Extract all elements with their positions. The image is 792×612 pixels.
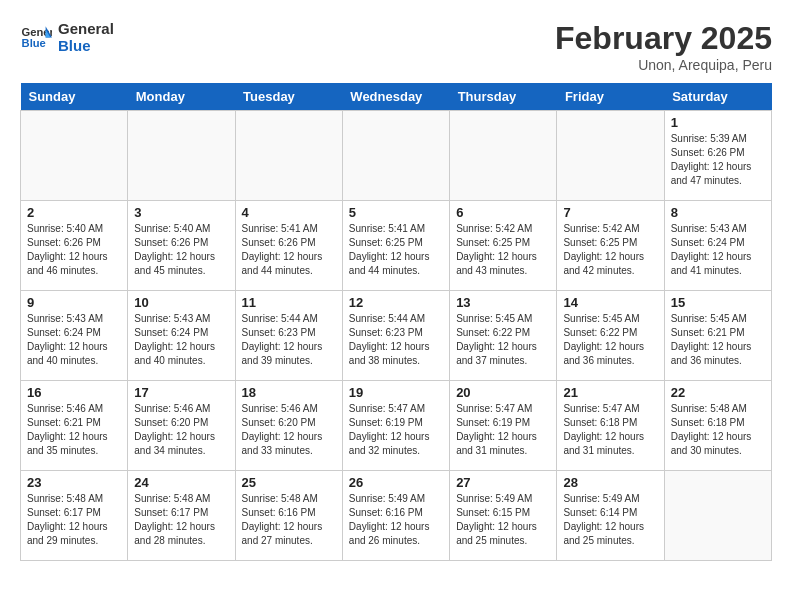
month-title: February 2025 xyxy=(555,20,772,57)
day-number: 5 xyxy=(349,205,443,220)
day-number: 8 xyxy=(671,205,765,220)
day-info: Sunrise: 5:45 AM Sunset: 6:21 PM Dayligh… xyxy=(671,312,765,368)
day-number: 18 xyxy=(242,385,336,400)
day-number: 9 xyxy=(27,295,121,310)
day-number: 2 xyxy=(27,205,121,220)
logo-icon: General Blue xyxy=(20,23,52,51)
logo-general: General xyxy=(58,20,114,37)
weekday-header-monday: Monday xyxy=(128,83,235,111)
calendar-cell: 14Sunrise: 5:45 AM Sunset: 6:22 PM Dayli… xyxy=(557,291,664,381)
day-number: 13 xyxy=(456,295,550,310)
calendar-cell: 9Sunrise: 5:43 AM Sunset: 6:24 PM Daylig… xyxy=(21,291,128,381)
day-info: Sunrise: 5:43 AM Sunset: 6:24 PM Dayligh… xyxy=(134,312,228,368)
day-info: Sunrise: 5:44 AM Sunset: 6:23 PM Dayligh… xyxy=(349,312,443,368)
day-info: Sunrise: 5:48 AM Sunset: 6:16 PM Dayligh… xyxy=(242,492,336,548)
day-number: 23 xyxy=(27,475,121,490)
logo: General Blue General Blue xyxy=(20,20,114,54)
day-number: 27 xyxy=(456,475,550,490)
day-info: Sunrise: 5:39 AM Sunset: 6:26 PM Dayligh… xyxy=(671,132,765,188)
calendar-cell: 19Sunrise: 5:47 AM Sunset: 6:19 PM Dayli… xyxy=(342,381,449,471)
day-info: Sunrise: 5:43 AM Sunset: 6:24 PM Dayligh… xyxy=(27,312,121,368)
calendar-cell xyxy=(128,111,235,201)
calendar-cell: 2Sunrise: 5:40 AM Sunset: 6:26 PM Daylig… xyxy=(21,201,128,291)
day-info: Sunrise: 5:47 AM Sunset: 6:18 PM Dayligh… xyxy=(563,402,657,458)
weekday-header-sunday: Sunday xyxy=(21,83,128,111)
calendar-cell: 4Sunrise: 5:41 AM Sunset: 6:26 PM Daylig… xyxy=(235,201,342,291)
calendar-cell: 1Sunrise: 5:39 AM Sunset: 6:26 PM Daylig… xyxy=(664,111,771,201)
calendar-cell: 16Sunrise: 5:46 AM Sunset: 6:21 PM Dayli… xyxy=(21,381,128,471)
calendar-cell: 6Sunrise: 5:42 AM Sunset: 6:25 PM Daylig… xyxy=(450,201,557,291)
calendar-cell xyxy=(450,111,557,201)
day-number: 16 xyxy=(27,385,121,400)
calendar-week-row: 16Sunrise: 5:46 AM Sunset: 6:21 PM Dayli… xyxy=(21,381,772,471)
calendar-cell xyxy=(664,471,771,561)
calendar-cell xyxy=(21,111,128,201)
page-header: General Blue General Blue February 2025 … xyxy=(20,20,772,73)
svg-text:Blue: Blue xyxy=(22,37,46,49)
calendar-cell: 17Sunrise: 5:46 AM Sunset: 6:20 PM Dayli… xyxy=(128,381,235,471)
day-number: 20 xyxy=(456,385,550,400)
day-info: Sunrise: 5:43 AM Sunset: 6:24 PM Dayligh… xyxy=(671,222,765,278)
day-number: 12 xyxy=(349,295,443,310)
calendar-cell xyxy=(557,111,664,201)
day-number: 25 xyxy=(242,475,336,490)
weekday-header-thursday: Thursday xyxy=(450,83,557,111)
day-number: 26 xyxy=(349,475,443,490)
weekday-header-wednesday: Wednesday xyxy=(342,83,449,111)
weekday-header-saturday: Saturday xyxy=(664,83,771,111)
calendar-cell: 21Sunrise: 5:47 AM Sunset: 6:18 PM Dayli… xyxy=(557,381,664,471)
day-info: Sunrise: 5:48 AM Sunset: 6:17 PM Dayligh… xyxy=(134,492,228,548)
calendar-cell: 18Sunrise: 5:46 AM Sunset: 6:20 PM Dayli… xyxy=(235,381,342,471)
day-number: 6 xyxy=(456,205,550,220)
calendar-cell: 22Sunrise: 5:48 AM Sunset: 6:18 PM Dayli… xyxy=(664,381,771,471)
day-info: Sunrise: 5:41 AM Sunset: 6:26 PM Dayligh… xyxy=(242,222,336,278)
calendar-cell: 28Sunrise: 5:49 AM Sunset: 6:14 PM Dayli… xyxy=(557,471,664,561)
weekday-header-friday: Friday xyxy=(557,83,664,111)
day-number: 4 xyxy=(242,205,336,220)
calendar-cell: 7Sunrise: 5:42 AM Sunset: 6:25 PM Daylig… xyxy=(557,201,664,291)
day-info: Sunrise: 5:41 AM Sunset: 6:25 PM Dayligh… xyxy=(349,222,443,278)
calendar-cell: 8Sunrise: 5:43 AM Sunset: 6:24 PM Daylig… xyxy=(664,201,771,291)
calendar-cell: 12Sunrise: 5:44 AM Sunset: 6:23 PM Dayli… xyxy=(342,291,449,381)
calendar-cell: 5Sunrise: 5:41 AM Sunset: 6:25 PM Daylig… xyxy=(342,201,449,291)
day-info: Sunrise: 5:47 AM Sunset: 6:19 PM Dayligh… xyxy=(456,402,550,458)
calendar-cell: 15Sunrise: 5:45 AM Sunset: 6:21 PM Dayli… xyxy=(664,291,771,381)
day-number: 22 xyxy=(671,385,765,400)
calendar-cell: 23Sunrise: 5:48 AM Sunset: 6:17 PM Dayli… xyxy=(21,471,128,561)
calendar-cell: 24Sunrise: 5:48 AM Sunset: 6:17 PM Dayli… xyxy=(128,471,235,561)
day-info: Sunrise: 5:48 AM Sunset: 6:18 PM Dayligh… xyxy=(671,402,765,458)
day-info: Sunrise: 5:45 AM Sunset: 6:22 PM Dayligh… xyxy=(563,312,657,368)
day-info: Sunrise: 5:47 AM Sunset: 6:19 PM Dayligh… xyxy=(349,402,443,458)
day-info: Sunrise: 5:42 AM Sunset: 6:25 PM Dayligh… xyxy=(563,222,657,278)
day-number: 15 xyxy=(671,295,765,310)
day-number: 28 xyxy=(563,475,657,490)
calendar: SundayMondayTuesdayWednesdayThursdayFrid… xyxy=(20,83,772,561)
calendar-cell: 25Sunrise: 5:48 AM Sunset: 6:16 PM Dayli… xyxy=(235,471,342,561)
day-info: Sunrise: 5:49 AM Sunset: 6:14 PM Dayligh… xyxy=(563,492,657,548)
day-info: Sunrise: 5:40 AM Sunset: 6:26 PM Dayligh… xyxy=(27,222,121,278)
day-info: Sunrise: 5:46 AM Sunset: 6:20 PM Dayligh… xyxy=(134,402,228,458)
weekday-header-row: SundayMondayTuesdayWednesdayThursdayFrid… xyxy=(21,83,772,111)
calendar-cell: 26Sunrise: 5:49 AM Sunset: 6:16 PM Dayli… xyxy=(342,471,449,561)
calendar-cell xyxy=(342,111,449,201)
day-number: 19 xyxy=(349,385,443,400)
location: Unon, Arequipa, Peru xyxy=(555,57,772,73)
calendar-cell xyxy=(235,111,342,201)
calendar-cell: 3Sunrise: 5:40 AM Sunset: 6:26 PM Daylig… xyxy=(128,201,235,291)
calendar-cell: 11Sunrise: 5:44 AM Sunset: 6:23 PM Dayli… xyxy=(235,291,342,381)
day-number: 17 xyxy=(134,385,228,400)
calendar-week-row: 9Sunrise: 5:43 AM Sunset: 6:24 PM Daylig… xyxy=(21,291,772,381)
day-number: 21 xyxy=(563,385,657,400)
day-info: Sunrise: 5:46 AM Sunset: 6:20 PM Dayligh… xyxy=(242,402,336,458)
day-info: Sunrise: 5:44 AM Sunset: 6:23 PM Dayligh… xyxy=(242,312,336,368)
day-number: 1 xyxy=(671,115,765,130)
day-number: 14 xyxy=(563,295,657,310)
day-number: 3 xyxy=(134,205,228,220)
calendar-cell: 10Sunrise: 5:43 AM Sunset: 6:24 PM Dayli… xyxy=(128,291,235,381)
day-info: Sunrise: 5:48 AM Sunset: 6:17 PM Dayligh… xyxy=(27,492,121,548)
day-info: Sunrise: 5:49 AM Sunset: 6:15 PM Dayligh… xyxy=(456,492,550,548)
calendar-cell: 20Sunrise: 5:47 AM Sunset: 6:19 PM Dayli… xyxy=(450,381,557,471)
calendar-week-row: 2Sunrise: 5:40 AM Sunset: 6:26 PM Daylig… xyxy=(21,201,772,291)
calendar-week-row: 1Sunrise: 5:39 AM Sunset: 6:26 PM Daylig… xyxy=(21,111,772,201)
title-area: February 2025 Unon, Arequipa, Peru xyxy=(555,20,772,73)
